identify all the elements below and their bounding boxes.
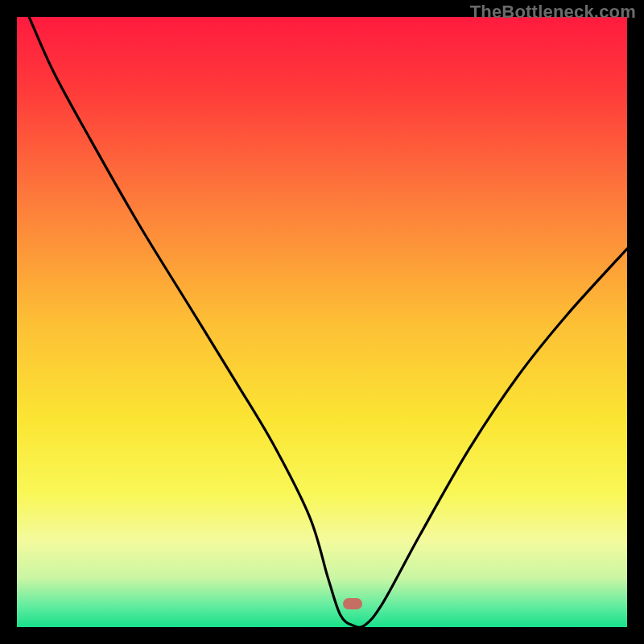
- watermark-text: TheBottleneck.com: [470, 2, 636, 23]
- chart-frame: TheBottleneck.com: [0, 0, 644, 644]
- plot-svg: [17, 17, 627, 627]
- plot-area: [17, 17, 627, 627]
- bottleneck-marker: [343, 598, 362, 609]
- gradient-rect: [17, 17, 627, 627]
